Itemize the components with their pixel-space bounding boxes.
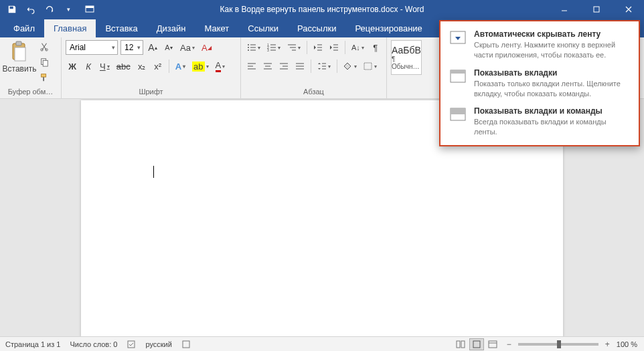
tab-design[interactable]: Дизайн: [147, 19, 195, 37]
read-mode-button[interactable]: [453, 338, 468, 350]
tab-review[interactable]: Рецензирование: [345, 19, 431, 37]
svg-rect-56: [457, 341, 460, 348]
clear-format-button[interactable]: A◢: [199, 40, 214, 55]
svg-rect-1: [86, 6, 94, 8]
group-label-font: Шрифт: [66, 86, 236, 98]
status-proofing-icon[interactable]: [127, 340, 136, 349]
view-buttons: [453, 338, 500, 350]
svg-rect-59: [489, 341, 497, 348]
tab-references[interactable]: Ссылки: [238, 19, 288, 37]
text-cursor: [153, 166, 154, 178]
font-name-select[interactable]: Arial: [66, 40, 118, 55]
svg-rect-54: [128, 341, 135, 348]
maximize-button[interactable]: [581, 0, 612, 19]
web-layout-button[interactable]: [485, 338, 500, 350]
save-button[interactable]: [4, 1, 20, 17]
svg-rect-10: [43, 60, 48, 66]
show-marks-button[interactable]: ¶: [369, 40, 382, 55]
decrease-indent-button[interactable]: [311, 40, 325, 55]
zoom-slider[interactable]: [518, 343, 598, 346]
status-bar: Страница 1 из 1 Число слов: 0 русский − …: [0, 336, 644, 351]
bullets-button[interactable]: [245, 40, 262, 55]
status-word-count[interactable]: Число слов: 0: [70, 340, 117, 348]
minimize-button[interactable]: [549, 0, 580, 19]
borders-button[interactable]: [361, 59, 379, 74]
quick-access-toolbar: ▾: [0, 1, 76, 17]
option-show-tabs[interactable]: Показывать вкладкиПоказать только вкладк…: [440, 64, 639, 103]
font-color-button[interactable]: A: [214, 59, 228, 74]
underline-button[interactable]: Ч: [98, 59, 112, 74]
zoom-level[interactable]: 100 %: [617, 340, 637, 348]
svg-rect-53: [451, 108, 465, 114]
italic-button[interactable]: К: [82, 59, 95, 74]
tab-mailings[interactable]: Рассылки: [288, 19, 345, 37]
svg-rect-57: [461, 341, 465, 348]
group-label-clipboard: Буфер обм…: [4, 86, 57, 98]
svg-point-14: [248, 47, 249, 48]
highlight-button[interactable]: ab: [190, 59, 210, 74]
shading-button[interactable]: [341, 59, 359, 74]
align-right-button[interactable]: [277, 59, 291, 74]
svg-rect-55: [183, 341, 189, 348]
tab-home[interactable]: Главная: [44, 19, 96, 37]
justify-button[interactable]: [293, 59, 307, 74]
grow-font-button[interactable]: A▴: [146, 40, 159, 55]
ribbon-display-options-button[interactable]: [76, 0, 103, 19]
undo-button[interactable]: [23, 1, 39, 17]
group-label-paragraph: Абзац: [245, 86, 382, 98]
svg-rect-58: [473, 341, 480, 348]
font-size-select[interactable]: 12: [120, 40, 143, 55]
svg-text:3: 3: [267, 48, 269, 51]
change-case-button[interactable]: Aa: [178, 40, 197, 55]
bold-button[interactable]: Ж: [66, 59, 79, 74]
svg-rect-5: [16, 41, 21, 45]
svg-rect-11: [42, 74, 46, 77]
qat-customize-button[interactable]: ▾: [60, 1, 76, 17]
svg-rect-48: [364, 63, 372, 70]
svg-rect-3: [594, 7, 599, 12]
tab-file[interactable]: Файл: [4, 19, 44, 37]
status-language[interactable]: русский: [145, 340, 171, 348]
multilevel-list-button[interactable]: [285, 40, 303, 55]
svg-rect-6: [15, 47, 25, 61]
svg-point-12: [248, 44, 249, 45]
group-font: Arial 12 A▴ A▾ Aa A◢ Ж К Ч abc x₂ x² A a…: [62, 37, 241, 98]
window-controls: [549, 0, 644, 19]
svg-rect-51: [451, 70, 465, 74]
line-spacing-button[interactable]: [315, 59, 333, 74]
strike-button[interactable]: abc: [114, 59, 133, 74]
superscript-button[interactable]: x²: [151, 59, 165, 74]
paste-button[interactable]: Вставить: [4, 40, 35, 74]
ribbon-display-options-menu: Автоматически скрывать лентуСкрыть ленту…: [439, 20, 640, 146]
print-layout-button[interactable]: [469, 338, 484, 350]
close-button[interactable]: [613, 0, 644, 19]
window-title: Как в Ворде вернуть панель инструментов.…: [220, 5, 424, 14]
redo-button[interactable]: [42, 1, 58, 17]
shrink-font-button[interactable]: A▾: [162, 40, 175, 55]
format-painter-button[interactable]: [37, 71, 51, 84]
group-paragraph: 123 A↓ ¶ Абзац: [241, 37, 387, 98]
option-show-tabs-commands[interactable]: Показывать вкладки и командыВсегда показ…: [440, 102, 639, 141]
subscript-button[interactable]: x₂: [135, 59, 149, 74]
cut-button[interactable]: [37, 40, 51, 53]
tab-insert[interactable]: Вставка: [96, 19, 147, 37]
text-effects-button[interactable]: A: [173, 59, 187, 74]
increase-indent-button[interactable]: [327, 40, 341, 55]
sort-button[interactable]: A↓: [349, 40, 366, 55]
zoom-in-button[interactable]: +: [605, 340, 610, 349]
align-left-button[interactable]: [245, 59, 258, 74]
zoom-out-button[interactable]: −: [507, 340, 511, 349]
status-macro-icon[interactable]: [181, 340, 191, 349]
copy-button[interactable]: [37, 55, 51, 69]
align-center-button[interactable]: [261, 59, 274, 74]
status-page[interactable]: Страница 1 из 1: [5, 340, 60, 348]
paste-label: Вставить: [3, 64, 37, 74]
numbering-button[interactable]: 123: [265, 40, 283, 55]
group-clipboard: Вставить Буфер обм…: [0, 37, 62, 98]
show-tabs-commands-icon: [449, 106, 467, 122]
option-auto-hide-ribbon[interactable]: Автоматически скрывать лентуСкрыть ленту…: [440, 25, 639, 64]
tab-layout[interactable]: Макет: [195, 19, 238, 37]
title-bar: ▾ Как в Ворде вернуть панель инструменто…: [0, 0, 644, 19]
style-normal[interactable]: АаБбВ ¶ Обычн…: [391, 40, 422, 75]
clipboard-icon: [9, 40, 30, 63]
